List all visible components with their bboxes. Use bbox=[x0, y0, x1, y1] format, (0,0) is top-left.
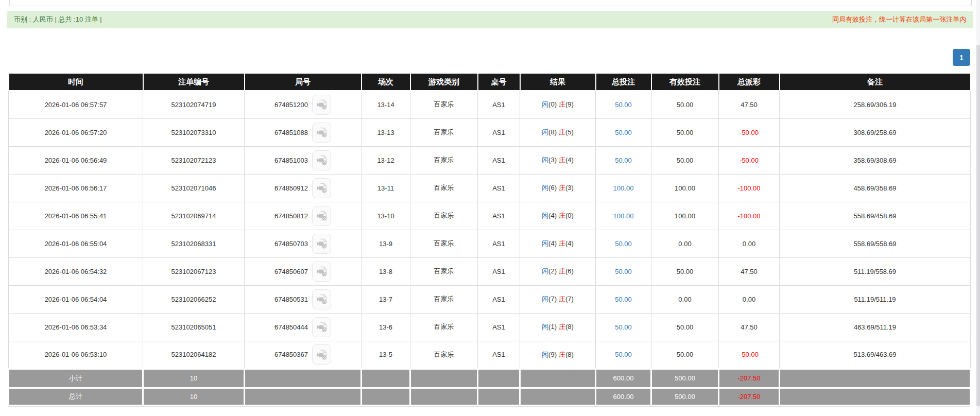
cell-total-bet: 50.00 bbox=[596, 91, 651, 118]
cell-game-type: 百家乐 bbox=[410, 230, 478, 257]
cell-round-no: 674850367 bbox=[245, 341, 362, 369]
total-valid-bet: 500.00 bbox=[651, 388, 719, 405]
cell-table-no: AS1 bbox=[478, 202, 520, 230]
cell-session: 13-8 bbox=[362, 257, 410, 285]
cell-note: 558.69/558.69 bbox=[780, 230, 971, 257]
cell-session: 13-9 bbox=[362, 230, 410, 257]
subtotal-payout: -207.50 bbox=[719, 369, 780, 388]
table-row: 2026-01-06 06:55:04 523102068331 6748507… bbox=[9, 230, 971, 257]
cell-bet-no: 523102071046 bbox=[143, 174, 245, 202]
col-header-game-type: 游戏类别 bbox=[410, 73, 478, 91]
video-replay-button[interactable] bbox=[312, 95, 331, 115]
table-row: 2026-01-06 06:57:57 523102074719 6748512… bbox=[9, 91, 971, 118]
result-banker-score: (0) bbox=[565, 212, 574, 219]
video-replay-button[interactable] bbox=[312, 317, 331, 337]
cell-table-no: AS1 bbox=[478, 146, 520, 174]
cell-session: 13-6 bbox=[362, 313, 410, 341]
cell-note: 558.69/458.69 bbox=[780, 202, 971, 230]
upper-panel-edge bbox=[9, 0, 972, 6]
video-replay-button[interactable] bbox=[312, 234, 331, 254]
col-header-time: 时间 bbox=[9, 73, 143, 91]
cell-result: 闲(0)庄(9) bbox=[520, 91, 596, 118]
video-replay-icon bbox=[316, 154, 328, 166]
total-bet-link[interactable]: 50.00 bbox=[615, 268, 632, 275]
result-player-score: (2) bbox=[548, 267, 557, 275]
total-bet-link[interactable]: 50.00 bbox=[615, 101, 632, 109]
result-banker-score: (4) bbox=[565, 239, 574, 247]
video-replay-button[interactable] bbox=[312, 178, 331, 198]
cell-payout: -50.00 bbox=[719, 118, 780, 146]
cell-total-bet: 50.00 bbox=[596, 285, 651, 313]
total-bet-link[interactable]: 50.00 bbox=[615, 323, 632, 331]
scrollbar-thumb[interactable] bbox=[976, 45, 980, 406]
cell-game-type: 百家乐 bbox=[410, 174, 478, 202]
total-bet-link[interactable]: 100.00 bbox=[613, 184, 634, 192]
cell-game-type: 百家乐 bbox=[410, 341, 478, 369]
video-replay-button[interactable] bbox=[312, 344, 331, 365]
result-player-label: 闲 bbox=[542, 184, 548, 192]
col-header-round-no: 局号 bbox=[245, 73, 362, 91]
cell-session: 13-10 bbox=[362, 202, 410, 230]
video-replay-button[interactable] bbox=[312, 289, 331, 309]
table-row: 2026-01-06 06:53:10 523102064182 6748503… bbox=[9, 341, 971, 369]
result-player-score: (8) bbox=[548, 128, 557, 136]
result-player-score: (4) bbox=[548, 212, 557, 219]
cell-valid-bet: 0.00 bbox=[651, 230, 719, 257]
video-replay-icon bbox=[316, 293, 328, 305]
round-number: 674850531 bbox=[274, 296, 308, 303]
cell-table-no: AS1 bbox=[478, 118, 520, 146]
cell-result: 闲(4)庄(4) bbox=[520, 230, 596, 257]
total-bet-link[interactable]: 50.00 bbox=[615, 157, 632, 164]
cell-bet-no: 523102074719 bbox=[143, 91, 245, 118]
result-banker-score: (6) bbox=[565, 267, 574, 275]
cell-payout: -100.00 bbox=[719, 202, 780, 230]
cell-round-no: 674850607 bbox=[245, 257, 362, 285]
cell-note: 511.19/511.19 bbox=[780, 285, 971, 313]
cell-time: 2026-01-06 06:57:57 bbox=[9, 91, 143, 118]
video-replay-button[interactable] bbox=[312, 206, 331, 226]
total-bet-link[interactable]: 50.00 bbox=[615, 129, 632, 136]
table-row: 2026-01-06 06:56:17 523102071046 6748509… bbox=[9, 174, 971, 202]
video-replay-button[interactable] bbox=[312, 262, 331, 282]
result-player-score: (1) bbox=[548, 323, 557, 331]
round-number: 674850912 bbox=[274, 184, 308, 192]
page-1-button[interactable]: 1 bbox=[953, 49, 970, 66]
cell-time: 2026-01-06 06:56:17 bbox=[9, 174, 143, 202]
cell-result: 闲(4)庄(0) bbox=[520, 202, 596, 230]
total-bet-link[interactable]: 50.00 bbox=[615, 351, 632, 358]
cell-payout: 47.50 bbox=[719, 91, 780, 118]
cell-table-no: AS1 bbox=[478, 91, 520, 118]
cell-session: 13-12 bbox=[362, 146, 410, 174]
cell-round-no: 674851003 bbox=[245, 146, 362, 174]
total-bet-link[interactable]: 50.00 bbox=[615, 296, 632, 303]
video-replay-icon bbox=[316, 238, 328, 249]
result-banker-label: 庄 bbox=[559, 323, 565, 331]
video-replay-icon bbox=[316, 182, 328, 194]
video-replay-icon bbox=[316, 99, 328, 110]
cell-game-type: 百家乐 bbox=[410, 202, 478, 230]
cell-table-no: AS1 bbox=[478, 285, 520, 313]
result-banker-label: 庄 bbox=[559, 184, 565, 192]
cell-total-bet: 100.00 bbox=[596, 202, 651, 230]
video-replay-button[interactable] bbox=[312, 123, 331, 143]
page-scrollbar[interactable] bbox=[976, 0, 980, 416]
cell-payout: -100.00 bbox=[719, 174, 780, 202]
result-banker-label: 庄 bbox=[559, 156, 565, 164]
cell-round-no: 674850812 bbox=[245, 202, 362, 230]
pagination: 1 bbox=[953, 49, 970, 66]
cell-bet-no: 523102068331 bbox=[143, 230, 245, 257]
cell-table-no: AS1 bbox=[478, 341, 520, 369]
round-number: 674851088 bbox=[274, 129, 308, 136]
result-banker-score: (9) bbox=[565, 100, 574, 108]
cell-session: 13-7 bbox=[362, 285, 410, 313]
cell-bet-no: 523102066252 bbox=[143, 285, 245, 313]
video-replay-icon bbox=[316, 266, 328, 277]
video-replay-button[interactable] bbox=[312, 150, 331, 170]
cell-note: 513.69/463.69 bbox=[780, 341, 971, 369]
total-bet-link[interactable]: 100.00 bbox=[613, 212, 634, 220]
info-bar: 币别 : 人民币 | 总共 :10 注单 | 同局有效投注，统一计算在该局第一张… bbox=[7, 11, 973, 28]
cell-note: 258.69/306.19 bbox=[780, 91, 971, 118]
valid-bet-notice-text: 同局有效投注，统一计算在该局第一张注单内 bbox=[832, 15, 966, 24]
total-bet-link[interactable]: 50.00 bbox=[615, 240, 632, 248]
cell-payout: 47.50 bbox=[719, 313, 780, 341]
